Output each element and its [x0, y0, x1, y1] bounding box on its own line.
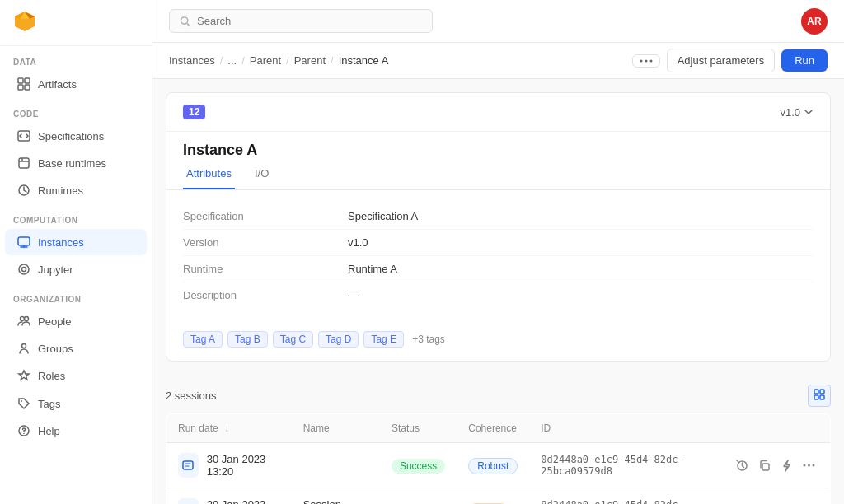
- sidebar-item-base-runtimes[interactable]: Base runtimes: [5, 150, 147, 176]
- row1-id: 0d2448a0-e1c9-45d4-82dc-25bca09579d8: [529, 443, 721, 488]
- sort-icon: ↓: [224, 422, 229, 434]
- breadcrumb-ellipsis[interactable]: ...: [227, 54, 237, 67]
- chevron-down-icon: [804, 107, 814, 117]
- col-run-date[interactable]: Run date ↓: [166, 414, 292, 443]
- sessions-section: 2 sessions Run date ↓ Name Status: [166, 375, 831, 504]
- groups-icon: [16, 341, 31, 356]
- svg-point-28: [808, 464, 810, 467]
- view-toggle: [808, 385, 831, 407]
- search-input[interactable]: [197, 15, 422, 27]
- tag-3[interactable]: Tag D: [318, 331, 359, 348]
- help-icon: [16, 423, 31, 438]
- breadcrumb-current: Instance A: [339, 54, 389, 67]
- sidebar-item-jupyter[interactable]: Jupyter: [5, 256, 147, 282]
- tags-more[interactable]: +3 tags: [409, 331, 448, 348]
- box-icon: [16, 156, 31, 170]
- run-button[interactable]: Run: [781, 49, 828, 72]
- instance-title: Instance A: [166, 132, 830, 159]
- sidebar-item-runtimes[interactable]: Runtimes: [5, 177, 147, 203]
- grid-view-icon: [814, 389, 825, 400]
- sidebar-section-computation: Computation Instances Jupyter: [0, 204, 152, 283]
- row2-copy-button[interactable]: [755, 502, 774, 505]
- sidebar: Data Artifacts Code Specifications Base …: [0, 0, 152, 504]
- row2-actions: [721, 488, 831, 505]
- row2-name: Session name X: [292, 488, 380, 505]
- sidebar-section-data: Data Artifacts: [0, 46, 152, 98]
- breadcrumb-parent2[interactable]: Parent: [294, 54, 326, 67]
- attr-runtime-label: Runtime: [183, 263, 348, 275]
- breadcrumb-parent1[interactable]: Parent: [250, 54, 281, 67]
- row1-history-button[interactable]: [733, 456, 752, 475]
- attr-version-label: Version: [183, 236, 348, 249]
- col-name: Name: [292, 414, 380, 443]
- row1-name: [292, 443, 380, 488]
- col-actions: [721, 414, 831, 443]
- svg-rect-3: [25, 85, 30, 90]
- tag-0[interactable]: Tag A: [183, 331, 223, 348]
- breadcrumb-sep-2: /: [241, 54, 245, 67]
- svg-point-27: [803, 464, 805, 467]
- svg-rect-1: [25, 78, 30, 83]
- instance-badge: 12: [183, 105, 205, 119]
- attr-specification-value: Specification A: [348, 210, 418, 222]
- svg-rect-26: [762, 464, 769, 470]
- svg-rect-23: [820, 395, 824, 399]
- svg-rect-2: [18, 85, 23, 90]
- logo: [0, 0, 152, 46]
- adjust-parameters-button[interactable]: Adjust parameters: [667, 49, 776, 72]
- sidebar-item-groups[interactable]: Groups: [5, 335, 147, 362]
- sidebar-item-artifacts-label: Artifacts: [38, 78, 77, 91]
- tag-4[interactable]: Tag E: [363, 331, 404, 348]
- row1-run-button[interactable]: [777, 456, 796, 475]
- row1-copy-button[interactable]: [755, 456, 774, 475]
- sidebar-item-specifications[interactable]: Specifications: [5, 123, 147, 149]
- sessions-header: 2 sessions: [166, 375, 831, 413]
- topbar: AR: [152, 0, 844, 43]
- section-code-label: Code: [0, 98, 152, 122]
- content-area: Instances / ... / Parent / Parent / Inst…: [152, 43, 844, 504]
- tab-io[interactable]: I/O: [251, 159, 272, 189]
- more-options-button[interactable]: [632, 54, 660, 68]
- col-status: Status: [380, 414, 457, 443]
- row1-date: 30 Jan 2023 13:20: [166, 443, 292, 488]
- sidebar-item-roles[interactable]: Roles: [5, 362, 147, 389]
- svg-rect-5: [19, 158, 29, 168]
- sidebar-item-help[interactable]: Help: [5, 418, 147, 444]
- breadcrumb-sep-3: /: [286, 54, 289, 67]
- attr-runtime-value: Runtime A: [348, 263, 397, 275]
- attr-version: Version v1.0: [183, 230, 814, 256]
- breadcrumb-actions: Adjust parameters Run: [632, 49, 828, 72]
- sidebar-item-tags[interactable]: Tags: [5, 390, 147, 417]
- sidebar-section-code: Code Specifications Base runtimes Runtim…: [0, 98, 152, 204]
- tag-1[interactable]: Tag B: [227, 331, 268, 348]
- row1-more-button[interactable]: [799, 460, 818, 470]
- instances-icon: [16, 235, 31, 250]
- svg-point-18: [645, 59, 647, 62]
- sidebar-item-help-label: Help: [38, 425, 60, 437]
- tags-icon: [16, 396, 31, 411]
- svg-point-15: [23, 433, 25, 435]
- svg-point-8: [19, 264, 29, 274]
- row2-history-button[interactable]: [733, 502, 752, 505]
- search-box[interactable]: [169, 9, 433, 33]
- tag-2[interactable]: Tag C: [273, 331, 313, 348]
- sidebar-item-runtimes-label: Runtimes: [38, 184, 83, 197]
- tab-attributes[interactable]: Attributes: [183, 159, 235, 189]
- sidebar-item-artifacts[interactable]: Artifacts: [5, 71, 147, 97]
- grid-view-button[interactable]: [808, 385, 831, 407]
- row2-id: 8d2448a0-e1c9-45d4-82dc-25bca09579d0: [529, 488, 721, 505]
- row2-run-button[interactable]: [777, 502, 796, 505]
- sidebar-item-instances[interactable]: Instances: [5, 229, 147, 255]
- avatar: AR: [801, 8, 828, 35]
- runtime-icon: [16, 183, 31, 198]
- svg-rect-22: [814, 395, 818, 399]
- row1-status: Success: [380, 443, 457, 488]
- attr-specification: Specification Specification A: [183, 203, 814, 230]
- breadcrumb-instances[interactable]: Instances: [169, 54, 215, 67]
- sidebar-item-people[interactable]: People: [5, 308, 147, 334]
- row1-actions: [721, 443, 831, 488]
- section-org-label: Organization: [0, 283, 152, 307]
- version-selector[interactable]: v1.0: [780, 106, 814, 119]
- attr-version-value: v1.0: [348, 236, 368, 249]
- svg-point-12: [22, 344, 26, 348]
